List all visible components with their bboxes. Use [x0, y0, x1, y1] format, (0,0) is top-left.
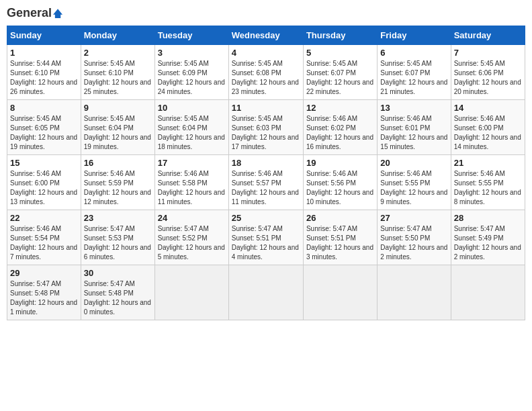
calendar-cell: 27Sunrise: 5:47 AMSunset: 5:50 PMDayligh…: [378, 210, 451, 265]
calendar-cell: 3Sunrise: 5:45 AMSunset: 6:09 PMDaylight…: [154, 44, 228, 99]
day-info: Sunrise: 5:45 AMSunset: 6:03 PMDaylight:…: [232, 114, 300, 152]
weekday-header-thursday: Thursday: [303, 26, 377, 44]
calendar-cell: 6Sunrise: 5:45 AMSunset: 6:07 PMDaylight…: [378, 44, 451, 99]
day-info: Sunrise: 5:46 AMSunset: 5:54 PMDaylight:…: [10, 224, 78, 262]
day-info: Sunrise: 5:46 AMSunset: 5:55 PMDaylight:…: [454, 169, 522, 207]
day-number: 20: [380, 158, 447, 168]
calendar-cell: 30Sunrise: 5:47 AMSunset: 5:48 PMDayligh…: [81, 265, 154, 320]
calendar-cell: 9Sunrise: 5:45 AMSunset: 6:04 PMDaylight…: [81, 99, 154, 154]
page-header: General: [7, 7, 525, 20]
day-info: Sunrise: 5:47 AMSunset: 5:49 PMDaylight:…: [454, 224, 522, 262]
day-number: 17: [158, 158, 226, 168]
weekday-header-tuesday: Tuesday: [154, 26, 228, 44]
day-info: Sunrise: 5:45 AMSunset: 6:04 PMDaylight:…: [84, 114, 152, 152]
day-number: 26: [306, 213, 374, 223]
day-info: Sunrise: 5:45 AMSunset: 6:07 PMDaylight:…: [306, 59, 374, 97]
day-info: Sunrise: 5:46 AMSunset: 5:55 PMDaylight:…: [380, 169, 447, 207]
calendar-cell: 28Sunrise: 5:47 AMSunset: 5:49 PMDayligh…: [451, 210, 525, 265]
day-number: 1: [10, 48, 78, 58]
calendar-week-5: 29Sunrise: 5:47 AMSunset: 5:48 PMDayligh…: [7, 265, 525, 320]
day-info: Sunrise: 5:46 AMSunset: 5:57 PMDaylight:…: [232, 169, 300, 207]
day-number: 29: [10, 268, 78, 278]
day-number: 24: [158, 213, 226, 223]
day-info: Sunrise: 5:47 AMSunset: 5:52 PMDaylight:…: [158, 224, 226, 262]
calendar-cell: 7Sunrise: 5:45 AMSunset: 6:06 PMDaylight…: [451, 44, 525, 99]
day-info: Sunrise: 5:46 AMSunset: 5:58 PMDaylight:…: [158, 169, 226, 207]
calendar-cell: 16Sunrise: 5:46 AMSunset: 5:59 PMDayligh…: [81, 154, 154, 210]
logo: General: [7, 7, 62, 20]
day-number: 6: [380, 48, 447, 58]
weekday-header-saturday: Saturday: [451, 26, 525, 44]
calendar-week-3: 15Sunrise: 5:46 AMSunset: 6:00 PMDayligh…: [7, 154, 525, 210]
day-number: 5: [306, 48, 374, 58]
calendar-cell: 2Sunrise: 5:45 AMSunset: 6:10 PMDaylight…: [81, 44, 154, 99]
calendar-cell: 14Sunrise: 5:46 AMSunset: 6:00 PMDayligh…: [451, 99, 525, 154]
calendar-cell: 23Sunrise: 5:47 AMSunset: 5:53 PMDayligh…: [81, 210, 154, 265]
calendar-cell: 20Sunrise: 5:46 AMSunset: 5:55 PMDayligh…: [378, 154, 451, 210]
day-info: Sunrise: 5:47 AMSunset: 5:51 PMDaylight:…: [306, 224, 374, 262]
day-number: 9: [84, 103, 152, 113]
calendar-cell: 24Sunrise: 5:47 AMSunset: 5:52 PMDayligh…: [154, 210, 228, 265]
logo-icon: [53, 9, 62, 18]
calendar-cell: 5Sunrise: 5:45 AMSunset: 6:07 PMDaylight…: [303, 44, 377, 99]
day-info: Sunrise: 5:46 AMSunset: 6:01 PMDaylight:…: [380, 114, 447, 152]
day-info: Sunrise: 5:45 AMSunset: 6:09 PMDaylight:…: [158, 59, 226, 97]
day-info: Sunrise: 5:44 AMSunset: 6:10 PMDaylight:…: [10, 59, 78, 97]
day-number: 28: [454, 213, 522, 223]
calendar-cell: [228, 265, 303, 320]
calendar-week-1: 1Sunrise: 5:44 AMSunset: 6:10 PMDaylight…: [7, 44, 525, 99]
day-number: 25: [232, 213, 300, 223]
calendar-cell: [154, 265, 228, 320]
day-number: 22: [10, 213, 78, 223]
calendar-cell: 13Sunrise: 5:46 AMSunset: 6:01 PMDayligh…: [378, 99, 451, 154]
day-number: 16: [84, 158, 152, 168]
calendar-table: SundayMondayTuesdayWednesdayThursdayFrid…: [7, 26, 525, 320]
day-info: Sunrise: 5:47 AMSunset: 5:50 PMDaylight:…: [380, 224, 447, 262]
calendar-cell: 22Sunrise: 5:46 AMSunset: 5:54 PMDayligh…: [7, 210, 81, 265]
day-info: Sunrise: 5:46 AMSunset: 6:00 PMDaylight:…: [454, 114, 522, 152]
day-info: Sunrise: 5:47 AMSunset: 5:48 PMDaylight:…: [84, 279, 152, 317]
calendar-cell: 12Sunrise: 5:46 AMSunset: 6:02 PMDayligh…: [303, 99, 377, 154]
calendar-cell: 25Sunrise: 5:47 AMSunset: 5:51 PMDayligh…: [228, 210, 303, 265]
day-number: 3: [158, 48, 226, 58]
day-info: Sunrise: 5:47 AMSunset: 5:53 PMDaylight:…: [84, 224, 152, 262]
weekday-header-friday: Friday: [378, 26, 451, 44]
day-number: 15: [10, 158, 78, 168]
day-number: 8: [10, 103, 78, 113]
day-info: Sunrise: 5:45 AMSunset: 6:08 PMDaylight:…: [232, 59, 300, 97]
day-info: Sunrise: 5:45 AMSunset: 6:05 PMDaylight:…: [10, 114, 78, 152]
day-info: Sunrise: 5:46 AMSunset: 5:59 PMDaylight:…: [84, 169, 152, 207]
day-info: Sunrise: 5:45 AMSunset: 6:10 PMDaylight:…: [84, 59, 152, 97]
day-info: Sunrise: 5:45 AMSunset: 6:07 PMDaylight:…: [380, 59, 447, 97]
calendar-cell: 29Sunrise: 5:47 AMSunset: 5:48 PMDayligh…: [7, 265, 81, 320]
day-number: 23: [84, 213, 152, 223]
calendar-body: 1Sunrise: 5:44 AMSunset: 6:10 PMDaylight…: [7, 44, 525, 320]
weekday-header-monday: Monday: [81, 26, 154, 44]
day-info: Sunrise: 5:46 AMSunset: 6:02 PMDaylight:…: [306, 114, 374, 152]
calendar-cell: 8Sunrise: 5:45 AMSunset: 6:05 PMDaylight…: [7, 99, 81, 154]
calendar-cell: [378, 265, 451, 320]
day-number: 30: [84, 268, 152, 278]
day-number: 13: [380, 103, 447, 113]
logo-general: General: [7, 7, 62, 20]
day-number: 10: [158, 103, 226, 113]
calendar-cell: 4Sunrise: 5:45 AMSunset: 6:08 PMDaylight…: [228, 44, 303, 99]
weekday-header-wednesday: Wednesday: [228, 26, 303, 44]
weekday-header-row: SundayMondayTuesdayWednesdayThursdayFrid…: [7, 26, 525, 44]
calendar-cell: 19Sunrise: 5:46 AMSunset: 5:56 PMDayligh…: [303, 154, 377, 210]
day-info: Sunrise: 5:47 AMSunset: 5:51 PMDaylight:…: [232, 224, 300, 262]
calendar-cell: 21Sunrise: 5:46 AMSunset: 5:55 PMDayligh…: [451, 154, 525, 210]
day-number: 27: [380, 213, 447, 223]
day-info: Sunrise: 5:45 AMSunset: 6:04 PMDaylight:…: [158, 114, 226, 152]
day-info: Sunrise: 5:46 AMSunset: 6:00 PMDaylight:…: [10, 169, 78, 207]
day-number: 19: [306, 158, 374, 168]
day-number: 7: [454, 48, 522, 58]
day-number: 21: [454, 158, 522, 168]
day-number: 12: [306, 103, 374, 113]
calendar-cell: 26Sunrise: 5:47 AMSunset: 5:51 PMDayligh…: [303, 210, 377, 265]
day-info: Sunrise: 5:45 AMSunset: 6:06 PMDaylight:…: [454, 59, 522, 97]
calendar-cell: 15Sunrise: 5:46 AMSunset: 6:00 PMDayligh…: [7, 154, 81, 210]
day-info: Sunrise: 5:46 AMSunset: 5:56 PMDaylight:…: [306, 169, 374, 207]
day-number: 2: [84, 48, 152, 58]
calendar-week-4: 22Sunrise: 5:46 AMSunset: 5:54 PMDayligh…: [7, 210, 525, 265]
